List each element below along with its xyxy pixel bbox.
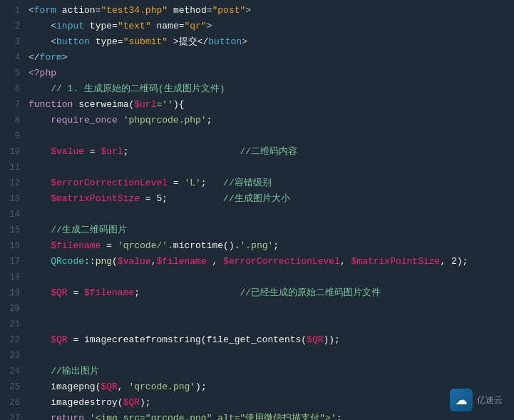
line-number: 16: [0, 238, 20, 254]
code-token: <?php: [29, 68, 56, 78]
code-token: [29, 115, 51, 126]
code-token: 'qrcode/'.: [118, 240, 173, 251]
line-content: QRcode::png($value,$filename , $errorCor…: [29, 254, 508, 270]
code-token: method: [168, 5, 207, 16]
line-content: $filename = 'qrcode/'.microtime().'.png'…: [29, 238, 508, 254]
table-row: 17 QRcode::png($value,$filename , $error…: [0, 254, 514, 270]
code-token: [84, 413, 90, 420]
code-token: ){: [173, 99, 185, 110]
code-token: ;: [201, 178, 207, 188]
table-row: 18: [0, 270, 514, 285]
table-row: 27 return '<img src="qrcode.png" alt="使用…: [0, 411, 514, 420]
code-token: $url: [134, 99, 156, 110]
code-token: ,: [340, 256, 351, 267]
line-number: 9: [0, 128, 20, 144]
table-row: 13 $matrixPointSize = 5; //生成图片大小: [0, 191, 514, 207]
code-token: form: [34, 5, 56, 16]
table-row: 15 //生成二维码图片: [0, 222, 514, 238]
code-token: >: [245, 5, 251, 16]
table-row: 11: [0, 160, 514, 175]
line-content: function scerweima($url=''){: [29, 97, 508, 113]
code-token: ().: [223, 240, 240, 251]
code-token: ;: [273, 240, 279, 251]
code-token: $value: [51, 146, 84, 157]
table-row: 24 //输出图片: [0, 364, 514, 379]
code-token: =: [168, 178, 184, 188]
code-token: //生成二维码图片: [51, 225, 127, 235]
code-editor: 1<form action="test34.php" method="post"…: [0, 0, 514, 420]
line-number: 24: [0, 364, 20, 379]
line-content: $value = $url; //二维码内容: [29, 144, 508, 160]
code-token: [29, 178, 51, 188]
code-token: button: [208, 36, 242, 47]
code-token: input: [56, 21, 84, 31]
code-token: "text": [118, 21, 151, 31]
code-token: =: [101, 240, 117, 251]
code-token: $matrixPointSize: [51, 193, 140, 204]
code-token: form: [40, 52, 62, 63]
code-token: $value: [118, 256, 151, 267]
code-token: [29, 287, 51, 298]
line-number: 13: [0, 191, 20, 207]
table-row: 22 $QR = imagecreatefromstring(file_get_…: [0, 332, 514, 348]
code-token: // 1. 生成原始的二维码(生成图片文件): [51, 83, 225, 94]
table-row: 3 <button type="submit" >提交</button>: [0, 34, 514, 50]
code-token: 'L': [184, 178, 200, 188]
table-row: 25 imagepng($QR, 'qrcode.png');: [0, 379, 514, 395]
table-row: 20: [0, 301, 514, 317]
line-number: 25: [0, 379, 20, 395]
code-token: scerweima: [78, 99, 128, 110]
code-token: <: [51, 36, 56, 47]
code-token: $QR: [307, 334, 323, 345]
code-token: imagepng: [51, 381, 95, 392]
line-number: 7: [0, 97, 20, 113]
code-token: QRcode: [51, 256, 84, 267]
code-token: [29, 83, 51, 94]
code-token: [29, 256, 51, 267]
table-row: 5<?php: [0, 66, 514, 81]
table-row: 2 <input type="text" name="qr">: [0, 19, 514, 34]
line-content: <?php: [29, 66, 508, 81]
line-number: 1: [0, 3, 20, 19]
code-token: //已经生成的原始二维码图片文件: [140, 287, 381, 298]
code-token: //容错级别: [207, 178, 272, 188]
code-token: >: [242, 36, 247, 47]
code-token: );: [140, 397, 151, 408]
code-token: =: [118, 36, 123, 47]
code-token: <: [51, 21, 56, 31]
code-token: =: [207, 5, 212, 16]
code-token: [29, 381, 51, 392]
line-content: $matrixPointSize = 5; //生成图片大小: [29, 191, 508, 207]
code-token: "qr": [185, 21, 207, 31]
code-token: [29, 240, 51, 251]
code-token: //输出图片: [51, 366, 99, 377]
line-number: 15: [0, 222, 20, 238]
line-content: <form action="test34.php" method="post">: [29, 3, 508, 19]
code-token: ;: [207, 115, 212, 126]
code-token: microtime: [173, 240, 223, 251]
code-token: =: [179, 21, 185, 31]
code-token: ='': [156, 99, 173, 110]
line-content: $errorCorrectionLevel = 'L'; //容错级别: [29, 175, 508, 191]
code-token: name: [151, 21, 179, 31]
watermark-logo: ☁: [450, 389, 473, 411]
code-token: action: [56, 5, 96, 16]
line-content: //生成二维码图片: [29, 222, 508, 238]
code-token: //生成图片大小: [168, 193, 290, 204]
line-number: 6: [0, 81, 20, 97]
code-token: ;: [134, 287, 140, 298]
line-number: 21: [0, 317, 20, 332]
code-token: =: [68, 287, 84, 298]
code-token: "post": [212, 5, 246, 16]
line-content: return '<img src="qrcode.png" alt="使用微信扫…: [29, 411, 508, 420]
code-token: 'qrcode.png': [128, 381, 195, 392]
table-row: 10 $value = $url; //二维码内容: [0, 144, 514, 160]
table-row: 26 imagedestroy($QR);: [0, 395, 514, 411]
code-token: >: [207, 21, 212, 31]
code-token: (: [301, 334, 307, 345]
table-row: 12 $errorCorrectionLevel = 'L'; //容错级别: [0, 175, 514, 191]
line-content: require_once 'phpqrcode.php';: [29, 113, 508, 128]
code-token: type: [90, 36, 118, 47]
line-content: $QR = imagecreatefromstring(file_get_con…: [29, 332, 508, 348]
code-token: ;: [162, 193, 168, 204]
